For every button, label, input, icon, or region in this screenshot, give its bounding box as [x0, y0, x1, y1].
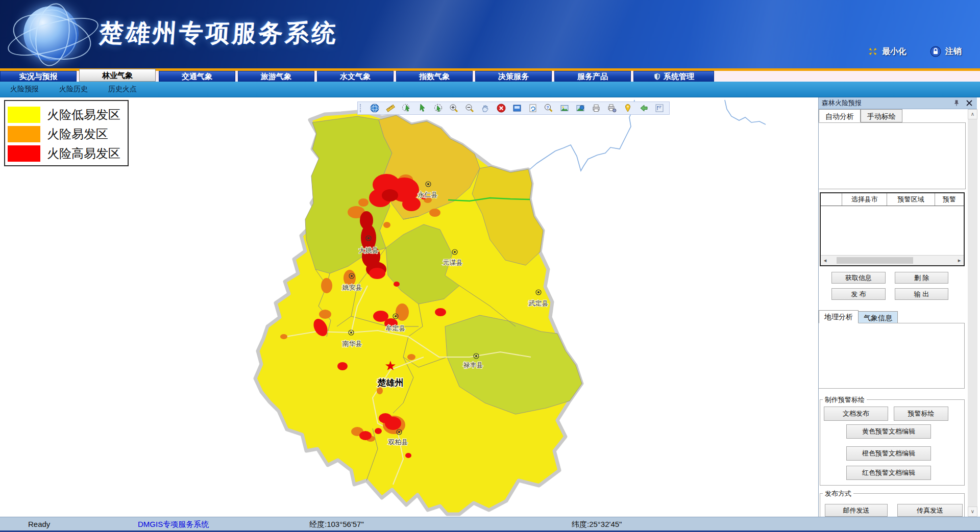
tab-tourism-weather[interactable]: 旅游气象: [238, 71, 314, 82]
globe-tool-icon[interactable]: [370, 104, 379, 113]
subnav-historic-fire-points[interactable]: 历史火点: [108, 85, 137, 94]
sub-navbar: 火险预报 火险历史 历史火点: [0, 82, 980, 97]
county-label: 大姚县: [359, 246, 379, 254]
identify-icon[interactable]: ?: [544, 104, 553, 113]
tab-forestry-weather[interactable]: 林业气象: [79, 69, 156, 82]
tab-hydro-weather[interactable]: 水文气象: [317, 71, 394, 82]
warning-draw-button[interactable]: 预警标绘: [894, 407, 948, 421]
scroll-up-icon[interactable]: ∧: [968, 109, 977, 119]
pin-panel-icon[interactable]: [952, 98, 961, 108]
status-ready: Ready: [28, 520, 50, 528]
delete-button[interactable]: 删 除: [895, 272, 948, 284]
minimize-button[interactable]: 最小化: [868, 46, 906, 57]
select-circle-icon[interactable]: [402, 104, 411, 113]
county-label: 牟定县: [386, 324, 406, 332]
legend-row-medium: 火险易发区: [8, 124, 128, 144]
select-lasso-icon[interactable]: [433, 104, 443, 113]
lock-icon: [930, 46, 941, 57]
red-warning-doc-button[interactable]: 红色预警文档编辑: [846, 466, 931, 480]
legend-swatch-medium: [8, 126, 40, 142]
export-button[interactable]: 输 出: [895, 288, 948, 300]
map-legend: 火险低易发区 火险易发区 火险高易发区: [4, 100, 129, 166]
table-hscrollbar[interactable]: ◂ ▸: [821, 255, 964, 265]
fax-send-button[interactable]: 传真发送: [897, 504, 963, 517]
doc-publish-button[interactable]: 文档发布: [824, 407, 888, 421]
close-icon[interactable]: [966, 99, 973, 107]
city-star-icon: ★: [384, 358, 396, 373]
flags-icon[interactable]: [655, 104, 664, 113]
status-bar: Ready DMGIS专项服务系统 经度:103°56'57" 纬度:25°32…: [0, 517, 980, 532]
tab-realtime-forecast[interactable]: 实况与预报: [0, 71, 77, 82]
tab-service-products[interactable]: 服务产品: [554, 71, 631, 82]
map-area: ★ 永仁县 元谋县 大姚县 姚安县 武定县 南华县 牟定县 禄丰县 双柏县 楚雄…: [0, 97, 818, 517]
swipe-image-icon[interactable]: [576, 104, 585, 113]
tab-weather-info[interactable]: 气象信息: [858, 311, 898, 323]
stop-icon[interactable]: [497, 104, 506, 113]
select-arrow-icon[interactable]: [418, 104, 427, 113]
panel-titlebar: 森林火险预报: [819, 97, 977, 109]
legend-row-low: 火险低易发区: [8, 105, 128, 124]
tab-geo-analysis[interactable]: 地理分析: [819, 310, 859, 323]
scroll-right-icon[interactable]: ▸: [955, 257, 964, 264]
measure-icon[interactable]: [386, 104, 395, 113]
status-longitude: 经度:103°56'57": [309, 520, 364, 529]
extent-window-icon[interactable]: [512, 104, 522, 113]
publish-button[interactable]: 发 布: [831, 288, 886, 300]
toolbar-grip[interactable]: [360, 104, 362, 112]
mail-send-button[interactable]: 邮件发送: [825, 504, 888, 517]
scroll-left-icon[interactable]: ◂: [821, 257, 829, 264]
print-setup-icon[interactable]: [607, 104, 617, 113]
legend-swatch-low: [8, 107, 40, 123]
app-title: 楚雄州专项服务系统: [99, 17, 339, 49]
tab-manual-plot[interactable]: 手动标绘: [861, 109, 902, 122]
yellow-warning-doc-button[interactable]: 黄色预警文档编辑: [846, 424, 931, 439]
logout-label: 注销: [945, 46, 962, 57]
panel-title: 森林火险预报: [822, 98, 862, 108]
image-icon[interactable]: [560, 104, 569, 113]
zoom-in-icon[interactable]: [449, 104, 458, 113]
scroll-down-icon[interactable]: ∨: [968, 506, 977, 517]
geo-analysis-group: [819, 323, 965, 389]
print-icon[interactable]: [592, 104, 601, 113]
river-northeast: [725, 100, 766, 124]
col-county: 选择县市: [842, 193, 887, 206]
legend-label-medium: 火险易发区: [47, 126, 108, 142]
svg-text:?: ?: [547, 105, 549, 110]
warning-table[interactable]: 选择县市 预警区域 预警 ◂ ▸: [820, 192, 965, 266]
back-arrow-icon[interactable]: [639, 104, 648, 113]
publish-method-group-label: 发布方式: [823, 489, 853, 498]
tab-system-admin[interactable]: 系统管理: [633, 71, 714, 82]
subnav-fire-forecast[interactable]: 火险预报: [10, 85, 39, 94]
pin-marker-icon[interactable]: [623, 104, 632, 113]
minimize-label: 最小化: [882, 46, 906, 57]
hscroll-thumb[interactable]: [837, 257, 913, 264]
panel-vscrollbar[interactable]: ∧ ∨: [968, 109, 977, 517]
zoom-out-icon[interactable]: [465, 104, 474, 113]
city-label: 楚雄州: [377, 378, 404, 388]
refresh-icon[interactable]: [528, 104, 537, 113]
col-warning: 预警: [935, 193, 964, 206]
shield-icon: [653, 72, 661, 81]
county-label: 双柏县: [388, 438, 408, 446]
subnav-fire-history[interactable]: 火险历史: [59, 85, 88, 94]
forest-fire-panel: 森林火险预报 自动分析 手动标绘 预警日期 2023年 6月16日 ∨ 预警时次…: [818, 97, 980, 517]
app-window: { "header": { "title": "楚雄州专项服务系统", "min…: [0, 0, 980, 532]
app-header: 楚雄州专项服务系统 最小化 注销: [0, 0, 980, 68]
tab-decision-service[interactable]: 决策服务: [475, 71, 552, 82]
globe-logo-icon: [9, 2, 96, 67]
minimize-icon: [868, 46, 878, 57]
tab-traffic-weather[interactable]: 交通气象: [159, 71, 235, 82]
orange-warning-doc-button[interactable]: 橙色预警文档编辑: [846, 446, 931, 461]
legend-label-low: 火险低易发区: [47, 107, 120, 123]
status-latitude: 纬度:25°32'45": [572, 520, 622, 529]
pan-hand-icon[interactable]: [481, 104, 490, 113]
get-info-button[interactable]: 获取信息: [831, 272, 886, 284]
tab-index-weather[interactable]: 指数气象: [396, 71, 473, 82]
table-header: 选择县市 预警区域 预警: [821, 193, 964, 206]
status-system-link[interactable]: DMGIS专项服务系统: [138, 520, 209, 529]
county-label: 南华县: [342, 340, 362, 347]
tab-auto-analysis[interactable]: 自动分析: [819, 109, 861, 122]
logout-button[interactable]: 注销: [930, 46, 962, 57]
legend-swatch-high: [8, 145, 40, 162]
panel-tabs: 自动分析 手动标绘: [819, 109, 902, 123]
